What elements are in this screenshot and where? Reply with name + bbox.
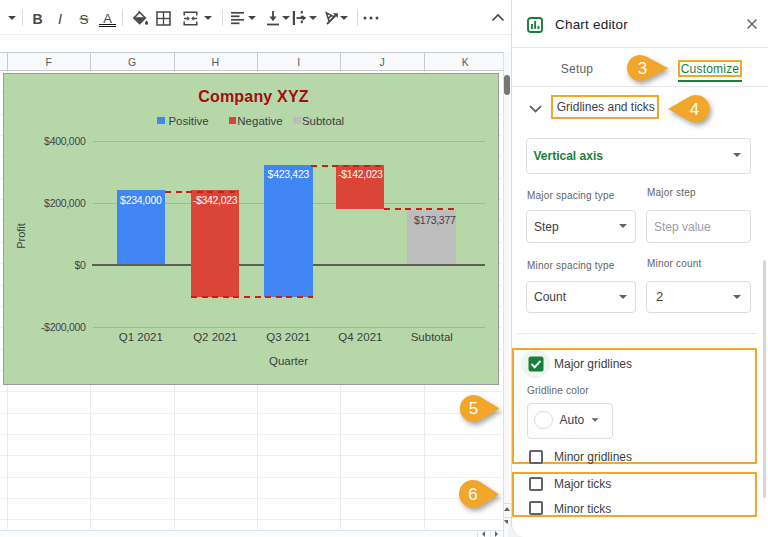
svg-text:6: 6 [468,485,477,504]
svg-text:4: 4 [689,100,698,119]
svg-text:3: 3 [638,59,647,78]
svg-text:5: 5 [469,400,478,419]
